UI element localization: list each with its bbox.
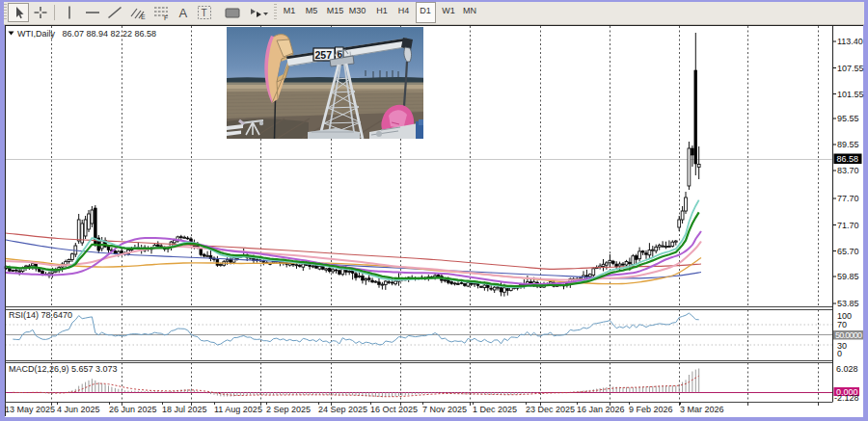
svg-text:59.85: 59.85 <box>837 272 859 281</box>
svg-text:70: 70 <box>837 320 847 329</box>
svg-text:3 Mar 2026: 3 Mar 2026 <box>680 405 724 414</box>
svg-text:1 Dec 2025: 1 Dec 2025 <box>473 405 517 414</box>
svg-text:71.70: 71.70 <box>837 221 859 230</box>
svg-text:23 Dec 2025: 23 Dec 2025 <box>526 405 575 414</box>
svg-text:50.0000: 50.0000 <box>835 330 862 340</box>
svg-text:257: 257 <box>315 49 333 61</box>
svg-text:65.70: 65.70 <box>837 247 859 256</box>
svg-text:7 Nov 2025: 7 Nov 2025 <box>422 405 467 414</box>
svg-text:4 Jun 2025: 4 Jun 2025 <box>57 405 100 414</box>
svg-text:6.028: 6.028 <box>836 364 858 374</box>
svg-text:89.55: 89.55 <box>837 140 859 149</box>
svg-text:101.55: 101.55 <box>837 90 864 99</box>
svg-text:11 Aug 2025: 11 Aug 2025 <box>214 405 262 414</box>
svg-text:16 Jan 2026: 16 Jan 2026 <box>577 405 625 414</box>
svg-text:83.70: 83.70 <box>837 166 859 175</box>
svg-text:MACD(12,26,9) 5.657 3.073: MACD(12,26,9) 5.657 3.073 <box>9 364 118 374</box>
svg-text:2 Sep 2025: 2 Sep 2025 <box>266 405 311 414</box>
svg-text:9 Feb 2026: 9 Feb 2026 <box>629 405 673 414</box>
svg-text:26 Jun 2025: 26 Jun 2025 <box>109 405 157 414</box>
svg-text:86.58: 86.58 <box>837 154 859 164</box>
svg-text:113.40: 113.40 <box>837 37 863 46</box>
svg-text:-2.128: -2.128 <box>834 393 859 403</box>
svg-text:0: 0 <box>837 349 842 358</box>
svg-text:24 Sep 2025: 24 Sep 2025 <box>318 405 367 414</box>
svg-text:WTI,Daily 86.07 88.94 82.22: WTI,Daily 86.07 88.94 82.22 86.58 <box>17 29 156 39</box>
svg-text:16 Oct 2025: 16 Oct 2025 <box>370 405 418 414</box>
svg-text:18 Jul 2025: 18 Jul 2025 <box>162 405 207 414</box>
svg-text:13 May 2025: 13 May 2025 <box>5 405 55 414</box>
svg-text:RSI(14) 78.6470: RSI(14) 78.6470 <box>9 310 72 320</box>
svg-text:77.70: 77.70 <box>837 194 859 203</box>
svg-text:107.55: 107.55 <box>837 64 864 73</box>
svg-text:53.85: 53.85 <box>837 299 859 308</box>
svg-text:95.55: 95.55 <box>837 114 859 123</box>
